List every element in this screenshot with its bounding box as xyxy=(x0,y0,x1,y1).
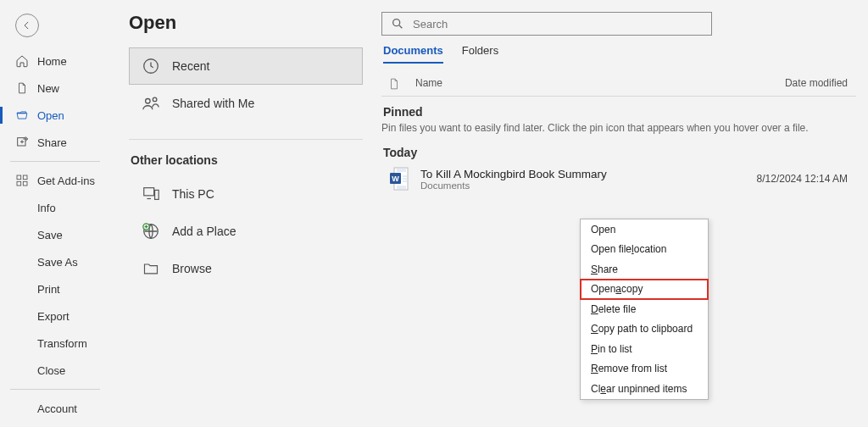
document-icon xyxy=(15,81,29,95)
svg-rect-1 xyxy=(17,175,21,180)
nav-export-label: Export xyxy=(37,310,70,323)
ctx-open-file-location[interactable]: Open file location xyxy=(581,240,708,260)
nav-print-label: Print xyxy=(37,283,60,296)
clock-icon xyxy=(142,57,160,75)
folder-icon xyxy=(142,259,160,278)
nav-account-label: Account xyxy=(37,402,77,415)
nav-share[interactable]: Share xyxy=(0,129,110,156)
nav-share-label: Share xyxy=(37,136,67,149)
tab-documents[interactable]: Documents xyxy=(383,44,443,64)
ctx-share[interactable]: Share xyxy=(581,259,708,280)
source-thispc[interactable]: This PC xyxy=(129,175,363,213)
nav-save-label: Save xyxy=(37,229,63,241)
file-row[interactable]: W To Kill A Mockingbird Book Summary Doc… xyxy=(381,163,856,195)
source-shared-label: Shared with Me xyxy=(172,97,254,110)
nav-account[interactable]: Account xyxy=(0,395,110,422)
search-box[interactable] xyxy=(381,12,712,36)
nav-info-label: Info xyxy=(37,202,56,214)
document-icon xyxy=(388,77,400,91)
source-shared[interactable]: Shared with Me xyxy=(129,85,363,122)
svg-rect-9 xyxy=(155,190,159,199)
search-input[interactable] xyxy=(413,18,703,30)
svg-rect-8 xyxy=(144,188,154,196)
svg-point-6 xyxy=(146,99,151,104)
source-browse[interactable]: Browse xyxy=(129,250,363,287)
word-doc-icon: W xyxy=(388,166,410,191)
mid-separator xyxy=(129,139,363,140)
ctx-open-a-copy[interactable]: Open a copy xyxy=(581,280,708,300)
source-recent-label: Recent xyxy=(172,59,209,73)
svg-point-7 xyxy=(153,97,157,102)
home-icon xyxy=(15,54,29,68)
svg-text:W: W xyxy=(392,175,399,183)
share-icon xyxy=(15,136,29,149)
file-text: To Kill A Mockingbird Book Summary Docum… xyxy=(420,168,729,191)
nav-save[interactable]: Save xyxy=(0,221,110,248)
file-date: 8/12/2024 12:14 AM xyxy=(729,173,856,185)
ctx-open[interactable]: Open xyxy=(581,219,708,240)
ctx-delete-file[interactable]: Delete file xyxy=(581,299,708,319)
nav-export[interactable]: Export xyxy=(0,302,110,330)
source-browse-label: Browse xyxy=(172,262,212,275)
source-thispc-label: This PC xyxy=(172,187,214,201)
col-date[interactable]: Date modified xyxy=(754,77,856,91)
context-menu: Open Open file location Share Open a cop… xyxy=(580,219,709,400)
nav-print[interactable]: Print xyxy=(0,275,110,302)
back-button[interactable] xyxy=(15,14,39,37)
left-nav: Home New Open Share Get Add-ins Info Sav… xyxy=(0,0,110,427)
tab-folders[interactable]: Folders xyxy=(462,44,498,64)
source-addplace[interactable]: Add a Place xyxy=(129,213,363,250)
nav-close-label: Close xyxy=(37,364,65,377)
pc-icon xyxy=(142,185,160,203)
nav-new[interactable]: New xyxy=(0,75,110,102)
nav-home[interactable]: Home xyxy=(0,47,110,75)
nav-separator-2 xyxy=(10,389,100,390)
addins-icon xyxy=(15,174,29,187)
ctx-clear-unpinned[interactable]: Clear unpinned items xyxy=(581,379,708,399)
pinned-hint: Pin files you want to easily find later.… xyxy=(381,122,856,134)
ctx-copy-path[interactable]: Copy path to clipboard xyxy=(581,319,708,340)
tabs: Documents Folders xyxy=(381,44,856,64)
file-location: Documents xyxy=(420,180,729,191)
nav-home-label: Home xyxy=(37,55,67,68)
nav-open[interactable]: Open xyxy=(0,102,110,129)
source-recent[interactable]: Recent xyxy=(129,47,363,85)
svg-rect-4 xyxy=(23,181,27,186)
search-icon xyxy=(391,17,404,30)
svg-rect-3 xyxy=(17,181,21,186)
nav-new-label: New xyxy=(37,82,59,95)
app-root: Home New Open Share Get Add-ins Info Sav… xyxy=(0,0,868,427)
nav-saveas-label: Save As xyxy=(37,256,78,269)
section-pinned: Pinned xyxy=(383,105,856,119)
ctx-remove-from-list[interactable]: Remove from list xyxy=(581,359,708,380)
other-locations-heading: Other locations xyxy=(131,153,363,167)
column-headers: Name Date modified xyxy=(381,72,856,97)
svg-point-12 xyxy=(393,19,400,26)
arrow-left-icon xyxy=(21,19,33,31)
people-icon xyxy=(142,94,160,113)
nav-open-label: Open xyxy=(37,109,64,122)
col-icon[interactable] xyxy=(388,77,415,91)
nav-separator xyxy=(10,161,100,162)
nav-transform[interactable]: Transform xyxy=(0,330,110,357)
svg-rect-2 xyxy=(23,175,27,180)
folder-open-icon xyxy=(15,108,29,122)
col-name[interactable]: Name xyxy=(415,77,754,91)
nav-info[interactable]: Info xyxy=(0,194,110,221)
nav-transform-label: Transform xyxy=(37,337,87,350)
nav-close[interactable]: Close xyxy=(0,357,110,384)
nav-getaddins-label: Get Add-ins xyxy=(37,175,95,187)
page-title: Open xyxy=(129,12,363,34)
section-today: Today xyxy=(383,146,856,159)
ctx-pin-to-list[interactable]: Pin to list xyxy=(581,339,708,359)
nav-getaddins[interactable]: Get Add-ins xyxy=(0,167,110,194)
open-sources-panel: Open Recent Shared with Me Other locatio… xyxy=(110,0,381,427)
nav-saveas[interactable]: Save As xyxy=(0,248,110,275)
file-name: To Kill A Mockingbird Book Summary xyxy=(420,168,729,180)
source-addplace-label: Add a Place xyxy=(172,225,236,238)
add-place-icon xyxy=(142,222,160,241)
